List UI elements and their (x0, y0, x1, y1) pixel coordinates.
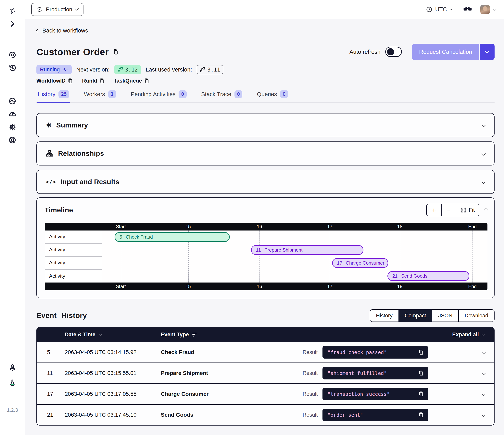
event-name: Send Goods (401, 273, 427, 279)
copy-icon (68, 78, 73, 84)
cancelation-menu-caret[interactable] (479, 44, 495, 60)
timeline-bar-check-fraud[interactable]: 5 Check Fraud (115, 232, 230, 242)
copy-icon (99, 78, 105, 84)
expand-row-chevron-icon[interactable] (482, 350, 486, 354)
input-results-section[interactable]: </> Input and Results (36, 170, 495, 194)
column-event-type[interactable]: Event Type (161, 332, 197, 338)
event-row-prepare-shipment[interactable]: 11 2063-04-05 UTC 03:15:55.01 Prepare Sh… (37, 362, 494, 383)
tab-bar: History 25 Workers 1 Pending Activities … (36, 88, 495, 103)
tab-workers[interactable]: Workers 1 (83, 88, 117, 102)
sidebar-item-usage-icon[interactable] (8, 110, 17, 118)
zoom-fit-button[interactable]: Fit (456, 204, 479, 216)
page-title: Customer Order (36, 46, 109, 57)
expand-row-chevron-icon[interactable] (482, 413, 486, 417)
view-history-button[interactable]: History (370, 310, 398, 322)
topbar-right: UTC (426, 5, 496, 14)
feedback-glasses-icon[interactable] (463, 7, 472, 12)
event-row-charge-consumer[interactable]: 17 2063-04-05 UTC 03:17:05.55 Charge Con… (37, 383, 494, 404)
tab-count-badge: 0 (234, 90, 242, 98)
workflow-id-copy[interactable]: WorkflowID (36, 78, 73, 84)
timeline-ruler-bottom: Start 15 16 17 18 End (45, 283, 487, 290)
tick-label: Start (116, 284, 126, 289)
expand-row-chevron-icon[interactable] (482, 371, 486, 375)
sidebar-item-workflows-icon[interactable] (8, 51, 17, 59)
event-id: 17 (47, 391, 65, 397)
timeline-bar-charge-consumer[interactable]: 17 Charge Consumer (332, 258, 388, 268)
download-button[interactable]: Download (458, 310, 494, 322)
chevron-down-icon (75, 7, 79, 11)
fit-label: Fit (469, 207, 475, 213)
copy-title-icon[interactable] (113, 49, 119, 55)
column-date-time[interactable]: Date & Time (65, 332, 161, 338)
expand-all-button[interactable]: Expand all (452, 332, 494, 338)
back-to-workflows-link[interactable]: Back to workflows (36, 27, 88, 34)
event-name: Charge Consumer (346, 260, 384, 266)
event-datetime: 2063-04-05 UTC 03:15:55.01 (65, 370, 161, 376)
relationships-section[interactable]: Relationships (36, 141, 495, 166)
tab-stack-trace[interactable]: Stack Trace 0 (200, 88, 243, 102)
timezone-selector[interactable]: UTC (426, 6, 452, 13)
event-row-send-goods[interactable]: 21 2063-04-05 UTC 03:17:45.10 Send Goods… (37, 404, 494, 425)
branch-icon (117, 67, 123, 73)
task-queue-copy[interactable]: TaskQueue (114, 78, 150, 84)
auto-refresh-toggle[interactable] (385, 47, 402, 57)
sidebar-item-support-icon[interactable] (8, 136, 17, 144)
copy-result-icon[interactable] (418, 412, 424, 418)
accordion-sections: ✱ Summary Relationships (36, 113, 495, 194)
namespace-cycle-icon (36, 6, 43, 13)
view-compact-button[interactable]: Compact (398, 310, 432, 322)
event-id: 5 (119, 234, 122, 240)
user-avatar[interactable] (480, 5, 490, 14)
tick-label: 17 (327, 284, 333, 289)
timezone-label: UTC (435, 6, 447, 13)
sidebar-item-getting-started-icon[interactable] (8, 363, 17, 371)
tab-count-badge: 25 (58, 90, 69, 98)
tab-pending-activities[interactable]: Pending Activities 0 (130, 88, 188, 102)
event-history-view-switcher: History Compact JSON Download (370, 309, 495, 322)
timeline-card: Timeline + − Fit (36, 197, 495, 298)
event-id: 5 (47, 349, 65, 355)
summary-section[interactable]: ✱ Summary (36, 113, 495, 137)
request-cancelation-button[interactable]: Request Cancelation (412, 44, 495, 60)
nav-sparkle-icon[interactable] (8, 7, 17, 15)
user-menu-chevron-icon[interactable] (493, 8, 496, 11)
timeline-bar-prepare-shipment[interactable]: 11 Prepare Shipment (251, 245, 363, 255)
sidebar-expand-icon[interactable] (8, 20, 17, 28)
collapse-timeline-icon[interactable] (484, 208, 488, 212)
result-value: "fraud check passed" (328, 350, 387, 355)
result-value: "order sent" (328, 412, 363, 418)
timeline-bar-send-goods[interactable]: 21 Send Goods (387, 271, 469, 281)
copy-result-icon[interactable] (418, 349, 424, 355)
top-bar: Production UTC (25, 0, 504, 19)
event-type: Send Goods (161, 412, 303, 418)
tab-history[interactable]: History 25 (37, 88, 70, 102)
run-id-copy[interactable]: RunId (82, 78, 105, 84)
column-label: Event Type (161, 332, 189, 338)
event-row-check-fraud[interactable]: 5 2063-04-05 UTC 03:14:15.92 Check Fraud… (37, 342, 494, 362)
view-json-button[interactable]: JSON (432, 310, 458, 322)
tab-queries[interactable]: Queries 0 (256, 88, 289, 102)
sidebar-item-labs-icon[interactable] (8, 379, 17, 387)
chevron-left-icon (36, 29, 39, 32)
run-id-label: RunId (82, 78, 97, 84)
sidebar-item-settings-icon[interactable] (8, 123, 17, 131)
namespace-selector[interactable]: Production (31, 3, 83, 16)
status-row: Running Next version: 3.12 Last used ver… (36, 65, 495, 74)
expand-row-chevron-icon[interactable] (482, 392, 486, 396)
sidebar-item-schedules-icon[interactable] (8, 64, 17, 72)
event-type: Check Fraud (161, 349, 303, 355)
back-link-label: Back to workflows (42, 27, 88, 34)
next-version-value: 3.12 (125, 67, 138, 73)
copy-result-icon[interactable] (418, 391, 424, 397)
zoom-in-button[interactable]: + (427, 204, 441, 216)
last-used-version-badge: 3.11 (197, 65, 223, 74)
zoom-out-button[interactable]: − (441, 204, 456, 216)
row-label: Activity (45, 231, 102, 243)
sidebar-item-nexus-icon[interactable] (8, 97, 17, 105)
copy-result-icon[interactable] (418, 370, 424, 376)
timeline-chart: Start 15 16 17 18 End (45, 223, 487, 290)
chevron-down-icon (482, 332, 485, 336)
tick-label: 15 (185, 224, 191, 229)
result-label: Result (303, 370, 318, 376)
event-name: Check Fraud (126, 234, 153, 240)
